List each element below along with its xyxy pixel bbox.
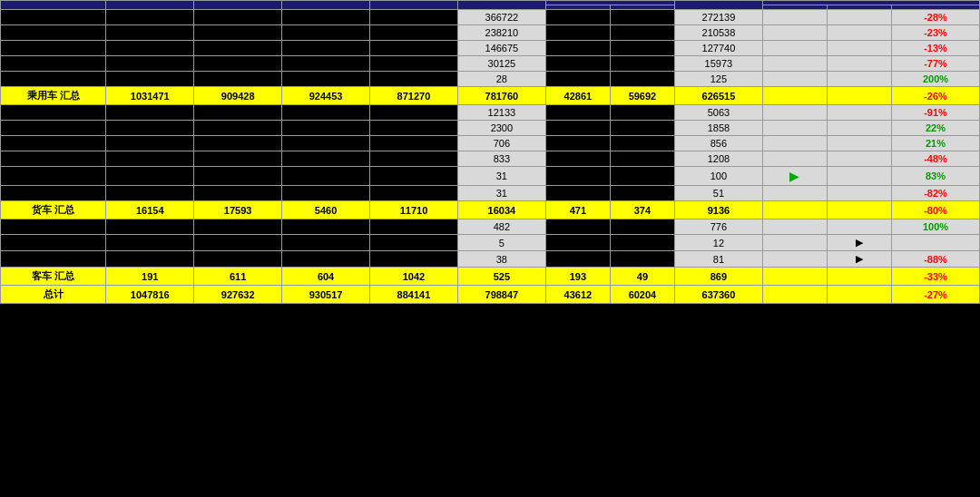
cell-y2022 — [370, 56, 458, 72]
cell-oct — [545, 72, 610, 87]
cell-y2019 — [106, 151, 194, 167]
cell-speed-11: -13% — [891, 41, 979, 56]
cell-oct — [545, 10, 610, 25]
cell-2024-total: 100 — [674, 167, 762, 186]
cell-speed-24 — [827, 41, 891, 56]
cell-nov — [610, 25, 674, 41]
cell-2023-total: 798847 — [457, 286, 545, 304]
cell-category — [1, 251, 106, 268]
cell-y2019 — [106, 10, 194, 25]
cell-speed-11 — [891, 235, 979, 251]
cell-speed-11: -28% — [891, 10, 979, 25]
cell-nov: 374 — [610, 201, 674, 219]
cell-y2019 — [106, 167, 194, 186]
cell-speed-23 — [762, 219, 827, 235]
cell-speed-23 — [762, 56, 827, 72]
cell-speed-24: ▶ — [827, 251, 891, 268]
cell-category — [1, 72, 106, 87]
cell-y2020 — [194, 10, 282, 25]
cell-category — [1, 167, 106, 186]
cell-speed-11: -48% — [891, 151, 979, 167]
cell-speed-23 — [762, 186, 827, 201]
main-table-wrapper: 366722272139-28%238210210538-23%14667512… — [0, 0, 980, 304]
cell-2023-total: 38 — [457, 251, 545, 268]
cell-nov — [610, 56, 674, 72]
cell-speed-24: ▶ — [827, 235, 891, 251]
cell-2024-total: 9136 — [674, 201, 762, 219]
cell-speed-11: -82% — [891, 186, 979, 201]
cell-2024-total: 210538 — [674, 25, 762, 41]
cell-oct — [545, 235, 610, 251]
cell-speed-23 — [762, 286, 827, 304]
cell-nov — [610, 167, 674, 186]
cell-speed-24 — [827, 167, 891, 186]
cell-nov: 60204 — [610, 286, 674, 304]
cell-y2021 — [282, 151, 370, 167]
cell-2024-total: 15973 — [674, 56, 762, 72]
cell-y2021: 924453 — [282, 87, 370, 105]
cell-y2022 — [370, 72, 458, 87]
cell-2024-total: 1208 — [674, 151, 762, 167]
cell-speed-11: 21% — [891, 136, 979, 151]
cell-y2020 — [194, 251, 282, 268]
cell-y2022 — [370, 151, 458, 167]
header-2019 — [106, 1, 194, 10]
cell-y2020 — [194, 41, 282, 56]
cell-oct — [545, 167, 610, 186]
cell-speed-23 — [762, 105, 827, 121]
cell-y2020: 17593 — [194, 201, 282, 219]
cell-speed-24 — [827, 87, 891, 105]
cell-y2021 — [282, 167, 370, 186]
cell-y2021 — [282, 251, 370, 268]
cell-oct: 43612 — [545, 286, 610, 304]
cell-speed-11: -77% — [891, 56, 979, 72]
cell-nov — [610, 41, 674, 56]
cell-y2021 — [282, 56, 370, 72]
cell-2023-total: 5 — [457, 235, 545, 251]
cell-category — [1, 235, 106, 251]
cell-y2019 — [106, 56, 194, 72]
cell-oct — [545, 25, 610, 41]
cell-oct: 471 — [545, 201, 610, 219]
cell-y2022 — [370, 10, 458, 25]
cell-speed-23 — [762, 10, 827, 25]
cell-y2021 — [282, 41, 370, 56]
cell-y2019 — [106, 136, 194, 151]
cell-y2022 — [370, 235, 458, 251]
cell-y2022 — [370, 121, 458, 136]
cell-nov — [610, 105, 674, 121]
cell-nov: 59692 — [610, 87, 674, 105]
cell-2024-total: 626515 — [674, 87, 762, 105]
cell-y2022: 11710 — [370, 201, 458, 219]
header-2020 — [194, 1, 282, 10]
cell-2024-total: 637360 — [674, 286, 762, 304]
cell-speed-11: 22% — [891, 121, 979, 136]
cell-y2020 — [194, 186, 282, 201]
cell-oct: 42861 — [545, 87, 610, 105]
cell-2023-total: 366722 — [457, 10, 545, 25]
cell-2024-total: 1858 — [674, 121, 762, 136]
cell-y2020 — [194, 151, 282, 167]
cell-y2022: 884141 — [370, 286, 458, 304]
cell-2024-total: 272139 — [674, 10, 762, 25]
cell-speed-23: ▶ — [762, 167, 827, 186]
cell-2023-total: 706 — [457, 136, 545, 151]
cell-speed-23 — [762, 121, 827, 136]
cell-speed-11: -23% — [891, 25, 979, 41]
cell-y2021 — [282, 105, 370, 121]
cell-speed-23 — [762, 268, 827, 286]
cell-y2020 — [194, 25, 282, 41]
cell-nov — [610, 235, 674, 251]
cell-y2019 — [106, 41, 194, 56]
cell-2023-total: 525 — [457, 268, 545, 286]
cell-y2019 — [106, 25, 194, 41]
cell-y2021: 930517 — [282, 286, 370, 304]
cell-y2019: 1031471 — [106, 87, 194, 105]
cell-2024-total: 51 — [674, 186, 762, 201]
cell-speed-23 — [762, 151, 827, 167]
cell-oct — [545, 136, 610, 151]
cell-speed-11: 83% — [891, 167, 979, 186]
cell-oct — [545, 121, 610, 136]
cell-2023-total: 16034 — [457, 201, 545, 219]
cell-y2019: 191 — [106, 268, 194, 286]
